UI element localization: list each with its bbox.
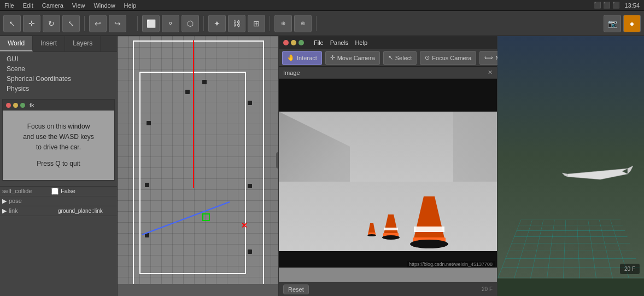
svg-marker-13 (628, 166, 633, 174)
resize-handle[interactable] (276, 152, 278, 169)
focus-line2: and use the WASD keys (8, 132, 109, 142)
tk-window-title-bar: tk (3, 100, 114, 111)
interact-btn[interactable]: 🤚 Interact (282, 51, 322, 65)
gazebo-topdown-window: ✕ (118, 36, 279, 296)
clock: 13:54 (624, 2, 640, 9)
tk-max-dot[interactable] (20, 103, 25, 108)
rotate-tool-btn[interactable]: ↻ (43, 15, 60, 32)
image-status-bar: Reset 20 F (279, 282, 497, 296)
menu-help[interactable]: Help (124, 2, 137, 9)
img-menu-help[interactable]: Help (355, 39, 367, 46)
move-icon: ✛ (330, 54, 335, 61)
prop-link-label: link (9, 207, 58, 214)
3d-viewport[interactable]: 20 F (497, 36, 644, 278)
marker-8 (248, 249, 252, 254)
select-label: Select (395, 55, 412, 61)
box-btn[interactable]: ⬜ (142, 15, 160, 32)
prop-pose-row[interactable]: ▶ pose (0, 196, 117, 206)
tab-insert[interactable]: Insert (33, 36, 65, 51)
redo-btn[interactable]: ↪ (109, 15, 126, 32)
topdown-canvas[interactable]: ✕ (118, 36, 278, 284)
menu-view[interactable]: View (72, 2, 85, 9)
focus-camera-btn[interactable]: ⊙ Focus Camera (420, 51, 476, 65)
svg-rect-3 (414, 227, 444, 232)
reset-button[interactable]: Reset (283, 285, 309, 294)
image-content[interactable]: https://blog.csdn.net/weixin_45137708 (279, 79, 497, 282)
screenshot-btn[interactable]: 📷 (604, 15, 621, 32)
img-max-btn[interactable] (298, 40, 304, 45)
link-expand-arrow: ▶ (2, 207, 7, 214)
svg-marker-1 (413, 196, 446, 243)
img-menu-file[interactable]: File (314, 39, 324, 46)
camera-black-top (279, 79, 497, 112)
cylinder-btn[interactable]: ⬡ (182, 15, 199, 32)
marker-2 (202, 80, 207, 84)
blue-line-svg (118, 185, 278, 240)
focus-line1: Focus on this window (8, 121, 109, 132)
move-camera-label: Move Camera (337, 55, 375, 61)
tree-item-physics[interactable]: Physics (4, 84, 113, 94)
select-icon: ↖ (388, 54, 393, 61)
world-frame-btn[interactable]: ⊕ (274, 15, 292, 32)
snap-btn[interactable]: ⊞ (248, 15, 265, 32)
record-btn[interactable]: ● (623, 15, 641, 32)
tree-item-gui[interactable]: GUI (4, 54, 113, 64)
menu-right: ⬛ ⬛ ⬛ 13:54 (594, 2, 640, 9)
undo-btn[interactable]: ↩ (89, 15, 107, 32)
svg-point-11 (367, 234, 376, 236)
svg-point-8 (382, 235, 400, 240)
image-window: File Panels Help 🤚 Interact ✛ Move Camer… (279, 36, 497, 296)
image-close-x[interactable]: ✕ (488, 69, 493, 76)
sidebar-properties: self_collide False ▶ pose ▶ link ground_… (0, 186, 117, 216)
status-url: https://blog.csdn.net/weixin_45137708 (407, 261, 495, 268)
menu-window[interactable]: Window (93, 2, 115, 9)
self-collide-checkbox[interactable] (51, 188, 58, 195)
tk-close-dot[interactable] (6, 103, 11, 108)
scale-tool-btn[interactable]: ⤡ (62, 15, 80, 32)
3d-object-svg (557, 141, 633, 196)
menu-camera[interactable]: Camera (42, 2, 63, 9)
img-close-btn[interactable] (283, 40, 289, 45)
tab-world[interactable]: World (0, 36, 33, 51)
menu-edit[interactable]: Edit (23, 2, 33, 9)
select-tool-btn[interactable]: ↖ (3, 15, 21, 32)
window-close-buttons (283, 40, 304, 45)
prop-self-collide-value: False (61, 188, 115, 194)
marker-4 (248, 101, 252, 105)
tree-item-spherical[interactable]: Spherical Coordinates (4, 74, 113, 84)
sidebar-tabs: World Insert Layers (0, 36, 117, 52)
tk-min-dot[interactable] (13, 103, 18, 108)
local-frame-btn[interactable]: ⊗ (294, 15, 312, 32)
measure-icon: ⟺ (484, 54, 493, 61)
sphere-btn[interactable]: ⚬ (162, 15, 179, 32)
focus-camera-label: Focus Camera (432, 55, 471, 61)
image-toolbar: 🤚 Interact ✛ Move Camera ↖ Select ⊙ Focu… (279, 49, 497, 67)
marker-1 (185, 90, 190, 94)
zoom-info: 20 F (624, 266, 635, 272)
pose-expand-arrow: ▶ (2, 198, 7, 205)
select-btn[interactable]: ↖ Select (383, 51, 417, 65)
img-min-btn[interactable] (291, 40, 296, 45)
menu-file[interactable]: File (4, 2, 14, 9)
svg-marker-12 (567, 169, 628, 179)
left-sidebar: World Insert Layers GUI Scene Spherical … (0, 36, 118, 296)
svg-point-4 (410, 240, 448, 248)
image-title-bar: Image ✕ (279, 67, 497, 79)
camera-scene (279, 112, 497, 251)
prop-link-row[interactable]: ▶ link ground_plane::link (0, 206, 117, 216)
marker-3 (147, 121, 151, 125)
traffic-cones-svg (279, 112, 497, 251)
link-btn[interactable]: ⛓ (228, 15, 245, 32)
tab-layers[interactable]: Layers (65, 36, 101, 51)
prop-self-collide: self_collide False (0, 187, 117, 196)
tree-item-scene[interactable]: Scene (4, 64, 113, 74)
3d-info-panel: 20 F (620, 264, 640, 274)
sep5 (316, 16, 317, 31)
svg-marker-14 (562, 173, 567, 177)
gap-btn (128, 15, 133, 32)
move-camera-btn[interactable]: ✛ Move Camera (325, 51, 380, 65)
img-menu-panels[interactable]: Panels (330, 39, 349, 46)
translate-tool-btn[interactable]: ✛ (23, 15, 40, 32)
sep3 (203, 16, 204, 31)
sun-btn[interactable]: ✦ (208, 15, 226, 32)
